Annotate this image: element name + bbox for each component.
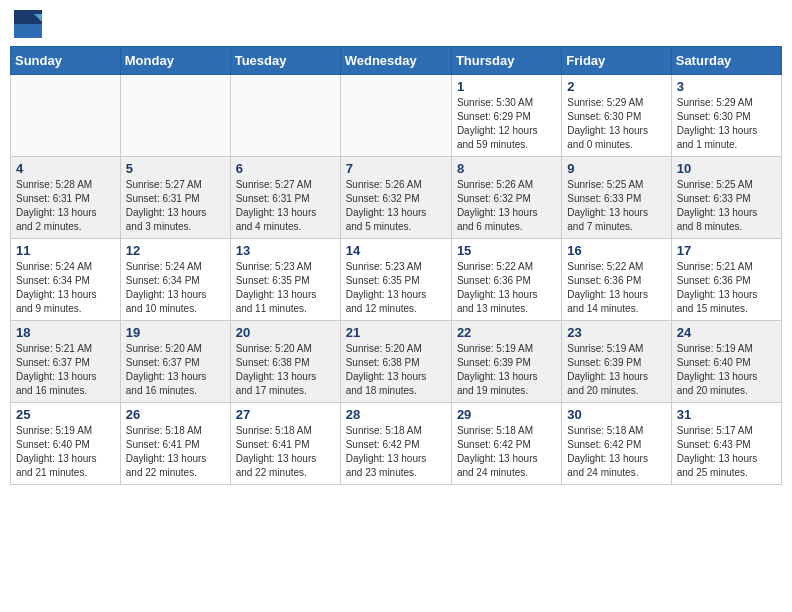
day-number: 12 (126, 243, 225, 258)
calendar-cell: 15Sunrise: 5:22 AM Sunset: 6:36 PM Dayli… (451, 239, 561, 321)
calendar-cell: 6Sunrise: 5:27 AM Sunset: 6:31 PM Daylig… (230, 157, 340, 239)
weekday-header-friday: Friday (562, 47, 671, 75)
calendar-week-row: 1Sunrise: 5:30 AM Sunset: 6:29 PM Daylig… (11, 75, 782, 157)
day-info: Sunrise: 5:19 AM Sunset: 6:39 PM Dayligh… (567, 342, 665, 398)
calendar-cell: 14Sunrise: 5:23 AM Sunset: 6:35 PM Dayli… (340, 239, 451, 321)
day-info: Sunrise: 5:29 AM Sunset: 6:30 PM Dayligh… (677, 96, 776, 152)
day-info: Sunrise: 5:25 AM Sunset: 6:33 PM Dayligh… (567, 178, 665, 234)
page-header (10, 10, 782, 38)
day-number: 30 (567, 407, 665, 422)
calendar-cell: 31Sunrise: 5:17 AM Sunset: 6:43 PM Dayli… (671, 403, 781, 485)
day-number: 14 (346, 243, 446, 258)
day-number: 23 (567, 325, 665, 340)
day-number: 29 (457, 407, 556, 422)
calendar-cell: 17Sunrise: 5:21 AM Sunset: 6:36 PM Dayli… (671, 239, 781, 321)
calendar-cell: 29Sunrise: 5:18 AM Sunset: 6:42 PM Dayli… (451, 403, 561, 485)
day-info: Sunrise: 5:20 AM Sunset: 6:38 PM Dayligh… (236, 342, 335, 398)
day-info: Sunrise: 5:20 AM Sunset: 6:37 PM Dayligh… (126, 342, 225, 398)
calendar-cell: 22Sunrise: 5:19 AM Sunset: 6:39 PM Dayli… (451, 321, 561, 403)
day-number: 19 (126, 325, 225, 340)
calendar-cell: 1Sunrise: 5:30 AM Sunset: 6:29 PM Daylig… (451, 75, 561, 157)
day-number: 3 (677, 79, 776, 94)
calendar-week-row: 25Sunrise: 5:19 AM Sunset: 6:40 PM Dayli… (11, 403, 782, 485)
day-number: 11 (16, 243, 115, 258)
day-number: 4 (16, 161, 115, 176)
day-info: Sunrise: 5:23 AM Sunset: 6:35 PM Dayligh… (236, 260, 335, 316)
day-info: Sunrise: 5:24 AM Sunset: 6:34 PM Dayligh… (126, 260, 225, 316)
calendar-cell: 27Sunrise: 5:18 AM Sunset: 6:41 PM Dayli… (230, 403, 340, 485)
day-number: 27 (236, 407, 335, 422)
day-info: Sunrise: 5:18 AM Sunset: 6:41 PM Dayligh… (126, 424, 225, 480)
day-info: Sunrise: 5:27 AM Sunset: 6:31 PM Dayligh… (126, 178, 225, 234)
calendar-cell: 20Sunrise: 5:20 AM Sunset: 6:38 PM Dayli… (230, 321, 340, 403)
day-number: 31 (677, 407, 776, 422)
day-info: Sunrise: 5:20 AM Sunset: 6:38 PM Dayligh… (346, 342, 446, 398)
day-info: Sunrise: 5:18 AM Sunset: 6:41 PM Dayligh… (236, 424, 335, 480)
day-number: 16 (567, 243, 665, 258)
day-number: 5 (126, 161, 225, 176)
day-number: 10 (677, 161, 776, 176)
weekday-header-row: SundayMondayTuesdayWednesdayThursdayFrid… (11, 47, 782, 75)
day-number: 1 (457, 79, 556, 94)
day-info: Sunrise: 5:18 AM Sunset: 6:42 PM Dayligh… (346, 424, 446, 480)
day-number: 22 (457, 325, 556, 340)
calendar-week-row: 4Sunrise: 5:28 AM Sunset: 6:31 PM Daylig… (11, 157, 782, 239)
calendar-week-row: 11Sunrise: 5:24 AM Sunset: 6:34 PM Dayli… (11, 239, 782, 321)
day-info: Sunrise: 5:21 AM Sunset: 6:36 PM Dayligh… (677, 260, 776, 316)
calendar-cell: 8Sunrise: 5:26 AM Sunset: 6:32 PM Daylig… (451, 157, 561, 239)
day-info: Sunrise: 5:18 AM Sunset: 6:42 PM Dayligh… (457, 424, 556, 480)
day-info: Sunrise: 5:21 AM Sunset: 6:37 PM Dayligh… (16, 342, 115, 398)
weekday-header-monday: Monday (120, 47, 230, 75)
calendar-cell: 9Sunrise: 5:25 AM Sunset: 6:33 PM Daylig… (562, 157, 671, 239)
weekday-header-wednesday: Wednesday (340, 47, 451, 75)
weekday-header-sunday: Sunday (11, 47, 121, 75)
day-info: Sunrise: 5:24 AM Sunset: 6:34 PM Dayligh… (16, 260, 115, 316)
calendar-cell: 10Sunrise: 5:25 AM Sunset: 6:33 PM Dayli… (671, 157, 781, 239)
day-number: 20 (236, 325, 335, 340)
calendar-table: SundayMondayTuesdayWednesdayThursdayFrid… (10, 46, 782, 485)
day-info: Sunrise: 5:25 AM Sunset: 6:33 PM Dayligh… (677, 178, 776, 234)
day-info: Sunrise: 5:19 AM Sunset: 6:40 PM Dayligh… (677, 342, 776, 398)
calendar-cell (230, 75, 340, 157)
calendar-cell: 11Sunrise: 5:24 AM Sunset: 6:34 PM Dayli… (11, 239, 121, 321)
calendar-cell: 16Sunrise: 5:22 AM Sunset: 6:36 PM Dayli… (562, 239, 671, 321)
day-number: 13 (236, 243, 335, 258)
calendar-cell: 23Sunrise: 5:19 AM Sunset: 6:39 PM Dayli… (562, 321, 671, 403)
day-number: 28 (346, 407, 446, 422)
day-info: Sunrise: 5:19 AM Sunset: 6:40 PM Dayligh… (16, 424, 115, 480)
day-number: 18 (16, 325, 115, 340)
calendar-cell: 25Sunrise: 5:19 AM Sunset: 6:40 PM Dayli… (11, 403, 121, 485)
calendar-cell: 4Sunrise: 5:28 AM Sunset: 6:31 PM Daylig… (11, 157, 121, 239)
day-number: 7 (346, 161, 446, 176)
calendar-cell (11, 75, 121, 157)
logo-icon (14, 10, 42, 38)
day-info: Sunrise: 5:23 AM Sunset: 6:35 PM Dayligh… (346, 260, 446, 316)
calendar-cell: 21Sunrise: 5:20 AM Sunset: 6:38 PM Dayli… (340, 321, 451, 403)
day-info: Sunrise: 5:29 AM Sunset: 6:30 PM Dayligh… (567, 96, 665, 152)
logo (14, 10, 46, 38)
day-number: 21 (346, 325, 446, 340)
day-number: 9 (567, 161, 665, 176)
day-number: 24 (677, 325, 776, 340)
day-number: 15 (457, 243, 556, 258)
day-number: 6 (236, 161, 335, 176)
day-number: 2 (567, 79, 665, 94)
weekday-header-thursday: Thursday (451, 47, 561, 75)
calendar-cell: 12Sunrise: 5:24 AM Sunset: 6:34 PM Dayli… (120, 239, 230, 321)
calendar-cell: 13Sunrise: 5:23 AM Sunset: 6:35 PM Dayli… (230, 239, 340, 321)
calendar-cell: 2Sunrise: 5:29 AM Sunset: 6:30 PM Daylig… (562, 75, 671, 157)
calendar-cell (120, 75, 230, 157)
day-info: Sunrise: 5:26 AM Sunset: 6:32 PM Dayligh… (346, 178, 446, 234)
calendar-cell: 19Sunrise: 5:20 AM Sunset: 6:37 PM Dayli… (120, 321, 230, 403)
calendar-cell (340, 75, 451, 157)
calendar-cell: 18Sunrise: 5:21 AM Sunset: 6:37 PM Dayli… (11, 321, 121, 403)
day-info: Sunrise: 5:28 AM Sunset: 6:31 PM Dayligh… (16, 178, 115, 234)
day-info: Sunrise: 5:22 AM Sunset: 6:36 PM Dayligh… (567, 260, 665, 316)
calendar-cell: 3Sunrise: 5:29 AM Sunset: 6:30 PM Daylig… (671, 75, 781, 157)
calendar-cell: 30Sunrise: 5:18 AM Sunset: 6:42 PM Dayli… (562, 403, 671, 485)
day-number: 26 (126, 407, 225, 422)
calendar-cell: 24Sunrise: 5:19 AM Sunset: 6:40 PM Dayli… (671, 321, 781, 403)
day-number: 8 (457, 161, 556, 176)
day-info: Sunrise: 5:27 AM Sunset: 6:31 PM Dayligh… (236, 178, 335, 234)
day-info: Sunrise: 5:17 AM Sunset: 6:43 PM Dayligh… (677, 424, 776, 480)
